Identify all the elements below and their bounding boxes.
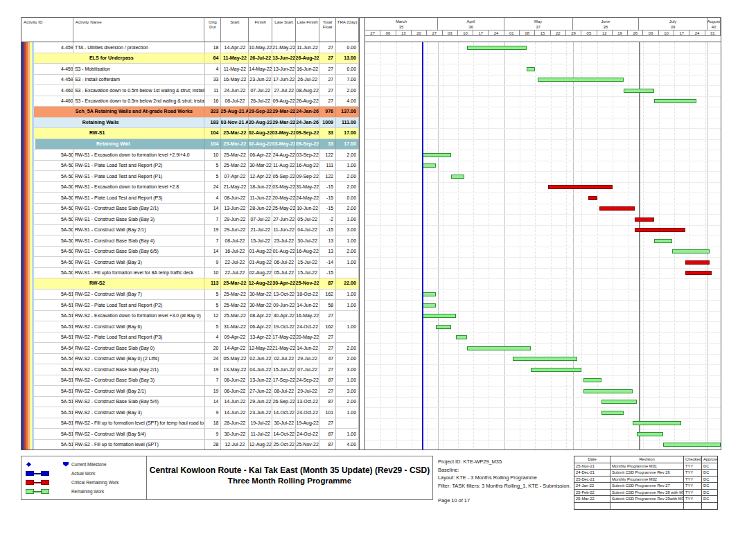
column-header-finish[interactable]: Finish: [249, 18, 272, 42]
table-row[interactable]: 5A-5424RW-S2 - Construct Base Slab (Bay …: [21, 343, 359, 354]
table-row[interactable]: 4-4596S3 - Install cofferdam3316-May-222…: [21, 75, 359, 86]
table-row[interactable]: 5A-5040RW-S1 - Construct Base Slab (Bay …: [21, 247, 359, 258]
remaining-task-bar[interactable]: [423, 314, 456, 318]
wbs-band-row[interactable]: Sch_5A Retaining Walls and At-grade Road…: [21, 107, 359, 118]
column-header-lf[interactable]: Late Finish: [296, 18, 319, 42]
table-row[interactable]: 5A-5103RW-S2 - Excavation down to format…: [21, 311, 359, 322]
table-row[interactable]: 5A-5113RW-S2 - Plate Load Test and Repor…: [21, 300, 359, 311]
remaining-task-bar[interactable]: [423, 163, 436, 168]
table-row[interactable]: 5A-5048RW-S1 - Construct Base Slab (Bay …: [21, 214, 359, 225]
column-header-ls[interactable]: Late Start: [272, 18, 296, 42]
cell-lf: 14-Jun-22: [296, 300, 319, 310]
revision-row[interactable]: 25-Feb-22Submit CSD Programme Rev 28 wit…: [574, 490, 717, 497]
cell-tra: [336, 268, 359, 278]
remaining-task-bar[interactable]: [654, 99, 696, 103]
revision-row[interactable]: 24-Jan-22Submit CSD Programme Rev 27TYYD…: [574, 483, 717, 490]
column-header-name[interactable]: Activity Name: [73, 18, 205, 42]
critical-task-bar[interactable]: [548, 185, 612, 189]
remaining-task-bar[interactable]: [663, 443, 721, 447]
table-row[interactable]: 5A-5105RW-S2 - Plate Load Test and Repor…: [21, 332, 359, 344]
table-row[interactable]: 4-4592TTA - Utilities diversion / protec…: [21, 42, 359, 53]
revision-row[interactable]: 24-Dec-21Submit CSD Programme Rev 26TYYD…: [574, 470, 717, 477]
column-header-start[interactable]: Start: [221, 18, 249, 42]
table-row[interactable]: 5A-5044RW-S1 - Construct Base Slab (Bay …: [21, 235, 359, 247]
cell-dur: 5: [205, 161, 222, 171]
wbs-band-row[interactable]: Retaining Walls18303-Nov-21 A20-Aug-2229…: [21, 118, 359, 129]
critical-task-bar[interactable]: [588, 196, 597, 200]
remaining-task-bar[interactable]: [601, 400, 637, 404]
table-row[interactable]: 5A-5106RW-S2 - Construct Base Slab (Bay …: [21, 397, 359, 408]
remaining-task-bar[interactable]: [423, 153, 451, 157]
table-row[interactable]: 4-4600S3 - Excavation down to 0.5m below…: [21, 85, 359, 96]
table-row[interactable]: 5A-5116RW-S2 - Construct Wall (Bay 3)914…: [21, 407, 359, 418]
table-row[interactable]: 5A-5120RW-S2 - Fill up to formation leve…: [21, 440, 359, 450]
remaining-task-bar[interactable]: [531, 368, 581, 372]
critical-task-bar[interactable]: [635, 228, 685, 232]
remaining-task-bar[interactable]: [456, 335, 467, 339]
column-header-id[interactable]: Activity ID: [21, 18, 73, 42]
remaining-task-bar[interactable]: [601, 411, 624, 415]
title-block: Central Kowloon Route - Kai Tak East (Mo…: [147, 456, 433, 500]
table-row[interactable]: 5A-5112RW-S2 - Construct Wall (Bay 5/4)9…: [21, 429, 359, 440]
table-row[interactable]: 5A-5028RW-S1 - Plate Load Test and Repor…: [21, 171, 359, 182]
wbs-band-row[interactable]: Retaining Wall10425-Mar-2202-Aug-2203-Ma…: [21, 139, 359, 150]
remaining-task-bar[interactable]: [467, 346, 531, 350]
table-row[interactable]: 4-4594S3 - Mobilisation411-May-2214-May-…: [21, 64, 359, 75]
revision-row[interactable]: [574, 503, 717, 510]
critical-task-bar[interactable]: [685, 271, 712, 275]
activity-table-body: 4-4592TTA - Utilities diversion / protec…: [21, 42, 359, 450]
remaining-task-bar[interactable]: [513, 357, 577, 361]
remaining-task-bar[interactable]: [451, 175, 464, 179]
column-header-dur[interactable]: Orig Dur: [204, 18, 221, 42]
table-row[interactable]: 5A-5052RW-S1 - Construct Base Slab (Bay …: [21, 204, 359, 215]
remaining-task-bar[interactable]: [583, 389, 632, 393]
table-row[interactable]: 5A-5114RW-S2 - Construct Base Slab (Bay …: [21, 364, 359, 375]
column-header-tf[interactable]: Total Float: [319, 18, 336, 42]
cell-dur: 14: [205, 397, 222, 407]
cell-finish: 23-Jun-22: [249, 75, 272, 85]
revision-row[interactable]: 25-Nov-21Monthly Programme M31TYYDC: [574, 463, 717, 470]
cell-ls: 23-Jul-22: [272, 235, 296, 246]
critical-task-bar[interactable]: [685, 260, 710, 265]
wbs-band-row[interactable]: RW-S211325-Mar-2212-Aug-2230-Apr-2225-No…: [21, 278, 359, 290]
remaining-task-bar[interactable]: [538, 78, 624, 82]
critical-task-bar[interactable]: [635, 217, 655, 222]
table-row[interactable]: 5A-5118RW-S2 - Construct Wall (Bay 2/1)1…: [21, 386, 359, 397]
wbs-band-row[interactable]: RW-S110425-Mar-2202-Aug-2203-May-2209-Se…: [21, 128, 359, 139]
row-gridline: [365, 214, 721, 215]
table-row[interactable]: 5A-5104RW-S2 - Construct Wall (Bay 7)525…: [21, 290, 359, 301]
table-row[interactable]: 5A-5426RW-S2 - Construct Wall (Bay 0) (2…: [21, 354, 359, 365]
remaining-task-bar[interactable]: [583, 378, 601, 382]
table-row[interactable]: 5A-5120ARW-S2 - Fill up to formation lev…: [21, 418, 359, 429]
wbs-band-row[interactable]: ELS for Underpass6411-May-2226-Jul-2213-…: [21, 53, 359, 64]
remaining-task-bar[interactable]: [467, 46, 527, 50]
table-row[interactable]: 5A-5056RW-S1 - Construct Wall (Bay 2/1)1…: [21, 225, 359, 236]
table-row[interactable]: 5A-5037RW-S1 - Plate Load Test and Repor…: [21, 161, 359, 172]
table-row[interactable]: 4-4602S3 - Excavation down to 0.5m below…: [21, 96, 359, 107]
revision-row[interactable]: 25-Mar-22Submit CSD Programme Rev 29with…: [574, 496, 717, 503]
remaining-task-bar[interactable]: [633, 421, 681, 425]
remaining-task-bar[interactable]: [624, 89, 655, 93]
table-row[interactable]: 5A-5108RW-S2 - Construct Wall (Bay 6)531…: [21, 321, 359, 332]
table-row[interactable]: 5A-5058ARW-S1 - Fill upto formation leve…: [21, 268, 359, 279]
table-row[interactable]: 5A-5035RW-S1 - Excavation down to format…: [21, 182, 359, 193]
remaining-task-bar[interactable]: [527, 67, 536, 71]
remaining-task-bar[interactable]: [423, 292, 436, 296]
cell-tf: 27: [319, 311, 336, 321]
remaining-task-bar[interactable]: [637, 432, 663, 436]
revision-row[interactable]: 25-Dec-21Monthly Programme M32TYYDC: [574, 477, 717, 483]
table-row[interactable]: 5A-5024RW-S1 - Excavation down to format…: [21, 150, 359, 161]
cell-name: RW-S1 - Excavation down to formation lev…: [73, 182, 205, 193]
gantt-timescale[interactable]: MarchAprilMayJuneJulyAugust 353637383940…: [365, 18, 721, 42]
table-row[interactable]: 5A-5051RW-S1 - Plate Load Test and Repor…: [21, 193, 359, 204]
remaining-task-bar[interactable]: [423, 303, 436, 308]
cell-tf: 13: [319, 235, 336, 246]
remaining-task-bar[interactable]: [436, 325, 451, 329]
critical-task-bar[interactable]: [599, 206, 635, 211]
table-row[interactable]: 5A-5054RW-S1 - Construct Wall (Bay 3)922…: [21, 257, 359, 268]
table-row[interactable]: 5A-5110RW-S2 - Construct Base Slab (Bay …: [21, 375, 359, 386]
column-header-tra[interactable]: TRA (Day): [336, 18, 359, 42]
remaining-task-bar[interactable]: [654, 239, 671, 243]
cell-dur: 9: [205, 257, 222, 267]
remaining-task-bar[interactable]: [672, 249, 710, 253]
